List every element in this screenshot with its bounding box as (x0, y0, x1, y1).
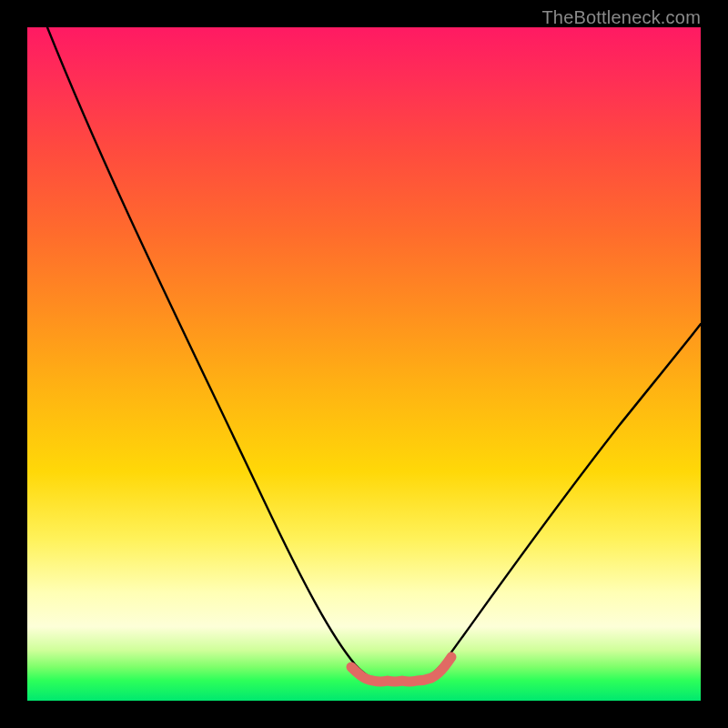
plot-area (27, 27, 701, 701)
watermark-text: TheBottleneck.com (541, 7, 701, 28)
bottleneck-curve (47, 27, 701, 681)
chart-frame: TheBottleneck.com (0, 0, 728, 728)
curve-layer (27, 27, 701, 701)
optimal-range-highlight (351, 657, 451, 682)
